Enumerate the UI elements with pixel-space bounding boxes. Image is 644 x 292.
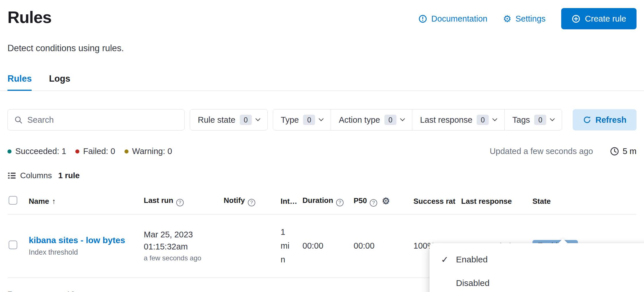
filter-tags[interactable]: Tags 0 (504, 110, 562, 130)
create-rule-button[interactable]: Create rule (561, 8, 637, 29)
search-input[interactable] (27, 115, 178, 125)
filter-last-response-count: 0 (477, 115, 489, 125)
warning-dot-icon (124, 149, 129, 153)
col-header-last-response[interactable]: Last response (457, 188, 528, 214)
check-icon: ✓ (441, 254, 456, 265)
filter-rule-state[interactable]: Rule state 0 (190, 110, 267, 130)
refresh-interval-value: 5 m (623, 147, 637, 156)
summary-warning: Warning: 0 (124, 147, 172, 156)
cell-name: kibana sites - low bytes Index threshold (24, 214, 139, 278)
menu-item-enabled[interactable]: ✓ Enabled (430, 248, 644, 271)
col-header-last-run-label: Last run (144, 196, 173, 205)
tabs: Rules Logs (0, 74, 644, 91)
documentation-label: Documentation (431, 14, 487, 24)
page-subtitle: Detect conditions using rules. (7, 43, 637, 53)
cell-duration: 00:00 (298, 214, 349, 278)
filter-tags-count: 0 (534, 115, 546, 125)
chevron-down-icon (319, 116, 324, 121)
failed-dot-icon (75, 149, 79, 153)
row-checkbox[interactable] (9, 241, 17, 249)
interval-value: 1 min (281, 225, 293, 267)
info-icon: ? (176, 199, 184, 206)
col-header-name[interactable]: Name↑ (24, 188, 139, 214)
filter-tags-label: Tags (512, 115, 530, 125)
refresh-icon (583, 116, 591, 124)
refresh-label: Refresh (595, 115, 626, 125)
cell-p50: 00:00 (349, 214, 409, 278)
search-box[interactable] (7, 109, 185, 130)
col-header-duration[interactable]: Duration? (298, 188, 349, 214)
last-run-date: Mar 25, 2023 (144, 228, 217, 241)
chevron-down-icon (400, 116, 405, 121)
cell-last-run: Mar 25, 2023 01:15:32am a few seconds ag… (139, 214, 219, 278)
sort-asc-icon: ↑ (52, 197, 56, 205)
filter-rule-state-count: 0 (240, 115, 252, 125)
col-header-notify-label: Notify (224, 196, 245, 205)
warning-label: Warning: 0 (132, 147, 172, 156)
info-icon: ? (336, 199, 344, 206)
menu-item-enabled-label: Enabled (456, 255, 488, 264)
chevron-down-icon (255, 116, 260, 121)
col-header-last-run[interactable]: Last run? (139, 188, 219, 214)
col-header-duration-label: Duration (302, 196, 333, 205)
rows-per-page-button[interactable]: Rows per page: 10 (7, 290, 83, 292)
last-run-relative: a few seconds ago (144, 253, 217, 263)
filter-rule-state-label: Rule state (198, 115, 235, 125)
rows-per-page-label: Rows per page: 10 (7, 290, 75, 292)
succeeded-dot-icon (7, 149, 12, 153)
filter-action-type[interactable]: Action type 0 (331, 110, 412, 130)
info-icon: ? (248, 199, 255, 206)
col-header-success-ratio[interactable]: Success rat (409, 188, 457, 214)
col-header-p50[interactable]: P50?⚙ (349, 188, 409, 214)
search-icon (14, 116, 23, 124)
tab-logs[interactable]: Logs (49, 74, 70, 91)
state-menu-popover: ✓ Enabled Disabled (430, 243, 644, 292)
plus-circle-icon (572, 14, 580, 23)
documentation-link[interactable]: Documentation (418, 14, 487, 24)
rule-state-filter-group: Rule state 0 (190, 109, 268, 130)
table-header-row: Name↑ Last run? Notify? Int… Duration? P… (7, 188, 637, 214)
rule-type-label: Index threshold (29, 248, 137, 256)
rule-count-label: 1 rule (58, 171, 80, 180)
filter-action-type-label: Action type (339, 115, 380, 125)
col-header-p50-label: P50 (354, 196, 367, 205)
col-header-success-ratio-label: Success rat (413, 197, 455, 205)
last-run-time: 01:15:32am (144, 241, 217, 253)
col-header-name-label: Name (29, 197, 49, 205)
failed-label: Failed: 0 (83, 147, 115, 156)
menu-item-disabled[interactable]: Disabled (430, 271, 644, 292)
columns-button[interactable]: Columns (7, 171, 52, 180)
filter-type-count: 0 (303, 115, 315, 125)
col-header-interval[interactable]: Int… (276, 188, 298, 214)
summary-failed: Failed: 0 (75, 147, 115, 156)
col-header-last-response-label: Last response (461, 197, 512, 205)
column-settings-gear-icon[interactable]: ⚙ (382, 196, 390, 206)
col-header-interval-label: Int… (281, 197, 297, 205)
chevron-down-icon (492, 116, 497, 121)
filter-last-response[interactable]: Last response 0 (412, 110, 504, 130)
settings-link[interactable]: ⚙ Settings (503, 14, 545, 24)
filters-group: Type 0 Action type 0 Last response 0 Tag… (273, 109, 562, 130)
refresh-interval-control[interactable]: 5 m (610, 147, 637, 156)
select-all-checkbox[interactable] (9, 196, 17, 205)
cell-notify (219, 214, 276, 278)
page-header: Rules Documentation ⚙ Settings (7, 7, 637, 29)
clock-icon (610, 147, 619, 156)
summary-succeeded: Succeeded: 1 (7, 147, 66, 156)
col-header-notify[interactable]: Notify? (219, 188, 276, 214)
menu-item-disabled-label: Disabled (456, 278, 490, 288)
tab-rules[interactable]: Rules (7, 74, 32, 91)
columns-icon (7, 171, 16, 180)
table-toolbar: Columns 1 rule (7, 171, 637, 180)
rule-name-link[interactable]: kibana sites - low bytes (29, 235, 128, 245)
filter-type[interactable]: Type 0 (273, 110, 331, 130)
columns-label: Columns (20, 171, 52, 180)
info-icon: ? (370, 199, 377, 207)
col-header-state[interactable]: State (528, 188, 593, 214)
succeeded-label: Succeeded: 1 (15, 147, 66, 156)
cell-interval: 1 min (276, 214, 298, 278)
refresh-button[interactable]: Refresh (573, 109, 637, 130)
col-header-actions (593, 188, 637, 214)
filters-row: Rule state 0 Type 0 Action type 0 Last r… (7, 109, 637, 130)
header-actions: Documentation ⚙ Settings Create rule (418, 8, 637, 29)
